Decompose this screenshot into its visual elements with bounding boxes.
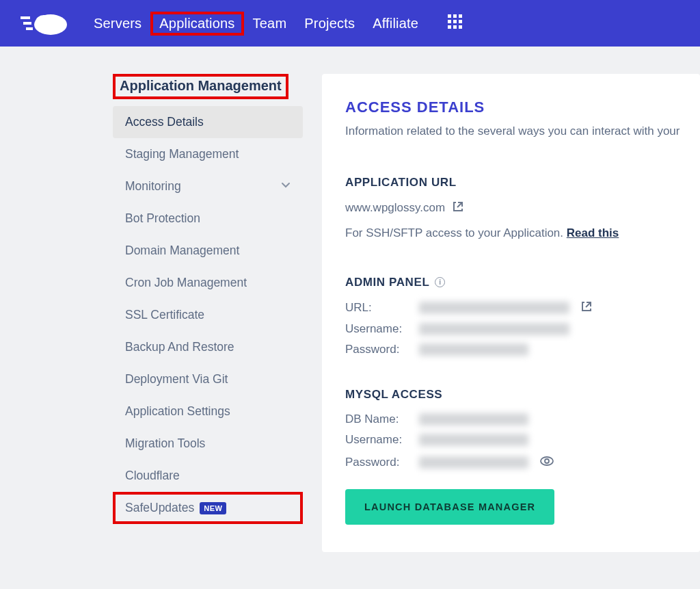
nav-items: Servers Applications Team Projects Affil… [85,12,463,36]
top-nav: Servers Applications Team Projects Affil… [0,0,700,47]
sidebar-title: Application Management [120,78,282,94]
svg-rect-6 [453,14,457,18]
page-title: ACCESS DETAILS [345,99,700,116]
nav-servers[interactable]: Servers [85,12,150,36]
highlight-applications: Applications [150,12,243,36]
dbname-label: DB Name: [345,413,408,426]
mysql-password-row: Password: [345,454,700,471]
external-link-icon[interactable] [580,300,593,315]
application-url-heading-text: APPLICATION URL [345,176,457,189]
ssh-note: For SSH/SFTP access to your Application.… [345,226,700,240]
apps-grid-icon[interactable] [448,14,463,32]
mysql-heading-text: MYSQL ACCESS [345,388,442,402]
svg-rect-7 [459,14,462,18]
sidebar-item-domain[interactable]: Domain Management [113,235,303,267]
svg-rect-12 [453,25,457,29]
launch-database-manager-button[interactable]: LAUNCH DATABASE MANAGER [345,489,554,525]
sidebar-item-label: Backup And Restore [125,340,234,354]
sidebar-item-access-details[interactable]: Access Details [113,106,303,138]
admin-password-row: Password: [345,343,700,356]
sidebar-item-label: SSL Certificate [125,308,204,322]
chevron-down-icon [281,179,291,194]
sidebar-item-staging[interactable]: Staging Management [113,138,303,170]
sidebar-item-cron[interactable]: Cron Job Management [113,267,303,299]
sidebar-item-monitoring[interactable]: Monitoring [113,170,303,202]
admin-panel-heading: ADMIN PANEL i [345,276,700,289]
page-body: Application Management Access Details St… [0,47,700,552]
admin-url-row: URL: [345,300,700,315]
nav-applications[interactable]: Applications [159,16,234,31]
sidebar-items: Access Details Staging Management Monito… [113,106,303,524]
admin-username-row: Username: [345,322,700,336]
logo[interactable] [21,10,68,37]
sidebar-item-label: Domain Management [125,244,239,258]
page-subtitle: Information related to the several ways … [345,123,700,140]
nav-projects[interactable]: Projects [295,12,364,36]
info-icon[interactable]: i [435,277,445,287]
svg-rect-13 [459,25,462,29]
sidebar-item-safeupdates[interactable]: SafeUpdates NEW [125,501,226,515]
mysql-username-value [419,434,528,446]
sidebar-item-ssl[interactable]: SSL Certificate [113,299,303,331]
application-url-heading: APPLICATION URL [345,176,700,189]
svg-rect-8 [448,20,451,23]
sidebar-item-label: Monitoring [125,179,181,194]
sidebar-item-backup[interactable]: Backup And Restore [113,331,303,363]
svg-point-4 [36,15,52,29]
highlight-sidebar-title: Application Management [113,74,288,99]
sidebar-item-bot-protection[interactable]: Bot Protection [113,202,303,235]
admin-panel-grid: URL: Username: Password: [345,300,700,356]
password-label: Password: [345,343,408,356]
svg-rect-2 [26,27,33,30]
sidebar-item-label: Bot Protection [125,211,200,226]
sidebar-item-label: Deployment Via Git [125,372,228,387]
sidebar-item-settings[interactable]: Application Settings [113,395,303,428]
svg-rect-9 [453,20,457,23]
username-label: Username: [345,322,408,336]
sidebar-item-cloudflare[interactable]: Cloudflare [113,460,303,492]
nav-affiliate[interactable]: Affiliate [364,12,427,36]
sidebar-item-label: Staging Management [125,147,239,161]
sidebar-item-label: Cloudflare [125,469,180,483]
sidebar: Application Management Access Details St… [113,74,303,552]
read-this-link[interactable]: Read this [567,226,619,239]
sidebar-item-label: Access Details [125,115,204,129]
mysql-grid: DB Name: Username: Password: [345,413,700,471]
mysql-dbname-row: DB Name: [345,413,700,426]
ssh-note-text: For SSH/SFTP access to your Application. [345,226,567,239]
svg-rect-10 [459,20,462,23]
admin-username-value [419,323,569,335]
svg-rect-5 [448,14,451,18]
svg-point-15 [545,459,549,463]
sidebar-item-migration[interactable]: Migration Tools [113,428,303,460]
url-label: URL: [345,301,408,315]
application-url-value[interactable]: www.wpglossy.com [345,201,445,215]
mysql-dbname-value [419,413,528,426]
nav-team[interactable]: Team [244,12,296,36]
username-label: Username: [345,433,408,447]
sidebar-item-label: Application Settings [125,404,230,419]
mysql-heading: MYSQL ACCESS [345,388,700,402]
admin-url-value [419,302,569,314]
new-badge: NEW [200,502,226,514]
sidebar-item-label: Cron Job Management [125,276,247,290]
mysql-password-value [419,456,528,469]
content-card: ACCESS DETAILS Information related to th… [322,74,700,552]
sidebar-item-git[interactable]: Deployment Via Git [113,363,303,395]
svg-rect-0 [21,16,30,19]
password-label: Password: [345,456,408,469]
eye-icon[interactable] [539,454,554,471]
sidebar-item-label: Migration Tools [125,436,205,451]
svg-point-14 [541,457,553,465]
sidebar-item-label: SafeUpdates [125,501,194,515]
svg-rect-11 [448,25,451,29]
highlight-safeupdates: SafeUpdates NEW [113,492,303,524]
admin-panel-heading-text: ADMIN PANEL [345,276,429,289]
mysql-username-row: Username: [345,433,700,447]
application-url-row: www.wpglossy.com [345,200,700,215]
external-link-icon[interactable] [452,200,464,215]
svg-rect-1 [23,22,31,25]
admin-password-value [419,343,528,356]
